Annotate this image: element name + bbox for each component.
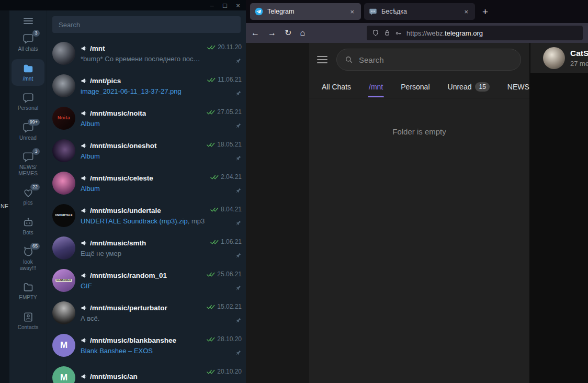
desktop-search-input[interactable] [52,16,241,33]
window-maximize-button[interactable]: □ [221,2,229,9]
window-minimize-button[interactable]: – [208,2,216,9]
folder-outline-icon [22,281,34,293]
web-search-box[interactable] [336,49,521,71]
web-tab-label: All Chats [322,83,351,91]
web-chat-header[interactable]: CatS 27 me [530,43,588,73]
chat-date: 20.10.20 [217,368,242,375]
forward-button[interactable]: → [268,29,276,37]
key-icon[interactable] [395,29,402,37]
folder-label: Contacts [18,324,38,331]
page-left-gutter [246,43,309,383]
chat-list-item[interactable]: M /mnt/music/an 20.10.20 [47,362,246,383]
read-checks-icon [207,77,216,83]
web-folder-tab-personal[interactable]: Personal [400,78,431,97]
folder-tab-contacts[interactable]: Contacts [12,308,44,335]
hamburger-menu-icon[interactable] [24,18,33,24]
chat-date: 8.04.21 [221,206,242,213]
chat-title: /mnt/music/random_01 [90,272,167,279]
chat-avatar [52,301,75,324]
folder-label: pics [24,200,33,206]
folder-label: NEWS/ MEMES [18,164,38,176]
chat-list-panel: /mnt *bump* Со времени последнего поста … [47,10,246,383]
chat-date: 15.02.21 [217,303,242,310]
address-bar[interactable]: https://webz.telegram.org [367,26,583,40]
chat-list-item[interactable]: CENSORED /mnt/music/random_01 GIF 25.06.… [47,264,246,297]
home-button[interactable]: ⌂ [300,29,305,37]
unread-badge: 3 [32,148,40,155]
web-folder-tab-news[interactable]: NEWS [506,78,530,97]
tab-close-icon[interactable]: × [348,7,356,16]
folder-tab-all-chats[interactable]: 3 All chats [12,29,44,57]
background-window-strip: NE [0,10,9,383]
chat-preview: Album [81,152,201,160]
browser-nav-toolbar: ← → ↻ ⌂ https://webz.telegram.org [246,23,588,43]
chat-list-item[interactable]: UNDERTALE /mnt/music/undertale UNDERTALE… [47,199,246,232]
web-chat-body [530,73,588,383]
web-chat-column: CatS 27 me [530,43,588,383]
channel-megaphone-icon [81,305,87,311]
web-hamburger-menu-icon[interactable] [317,56,327,63]
url-text: https://webz.telegram.org [406,29,483,37]
telegram-favicon-icon [255,7,263,16]
chat-date: 27.05.21 [217,108,242,116]
bubble-icon [22,92,34,104]
web-folder-tab-mnt[interactable]: /mnt [368,78,384,97]
pinned-icon [235,350,242,356]
back-button[interactable]: ← [251,29,259,37]
folder-tab-personal[interactable]: Personal [12,88,44,116]
chat-list-item[interactable]: /mnt/music/oneshot Album 18.05.21 [47,134,246,167]
browser-tab-bar: Telegram × Бесѣдка × + [246,0,588,23]
chat-date: 28.10.20 [217,335,242,343]
chat-list-item[interactable]: /mnt/music/celeste Album 2.04.21 [47,167,246,199]
shield-icon[interactable] [372,29,379,37]
browser-tab-besedka[interactable]: Бесѣдка × [364,3,475,20]
clipped-folder-label: NE [1,203,8,209]
folder-label: All chats [18,46,38,52]
read-checks-icon [207,272,215,277]
browser-tab-telegram[interactable]: Telegram × [250,3,361,20]
folder-label: Bots [22,230,33,236]
chat-list-item[interactable]: /mnt/pics image_2021-06-11_13-37-27.png … [47,70,246,102]
window-close-button[interactable]: × [234,2,242,9]
pinned-icon [235,220,242,227]
chat-date: 11.06.21 [218,76,242,83]
web-folder-tabs: All Chats /mnt Personal Unread 15 NEWS [309,76,529,98]
url-domain: telegram.org [445,29,483,37]
channel-megaphone-icon [81,337,87,344]
chat-list-item[interactable]: Noita /mnt/music/noita Album 27.05.21 [47,102,246,134]
chat-preview: *bump* Со времени последнего поста про… [81,55,202,63]
chat-preview: А всё. [81,314,201,322]
folder-tab-unread[interactable]: 99+ Unread [12,118,44,145]
chat-list-item[interactable]: /mnt/music/smth Ещё не умер 1.06.21 [47,232,246,264]
folder-tab-empty[interactable]: EMPTY [12,278,44,305]
folder-tab-pics[interactable]: 22 pics [12,183,44,210]
chat-title: /mnt/pics [90,77,121,85]
chat-title: /mnt/music/blankbanshee [90,336,176,344]
folder-tab-look-away[interactable]: 65 look away!!! [12,242,44,275]
bubble-icon [22,151,34,163]
reload-button[interactable]: ↻ [285,29,291,37]
web-folder-tab-all-chats[interactable]: All Chats [321,78,352,97]
web-folder-tab-unread[interactable]: Unread 15 [447,78,491,98]
chat-avatar: M [52,366,75,383]
unread-badge: 65 [30,243,40,250]
chat-preview: Album [81,185,205,193]
chat-list-item[interactable]: /mnt/music/perturbator А всё. 15.02.21 [47,297,246,329]
chat-preview: Ещё не умер [81,250,205,257]
channel-megaphone-icon [81,373,87,380]
new-tab-button[interactable]: + [478,6,492,18]
folder-tab-bots[interactable]: Bots [12,213,44,240]
chat-avatar: CENSORED [52,269,75,292]
folder-tab-mnt[interactable]: /mnt [12,59,44,86]
tab-close-icon[interactable]: × [462,7,470,16]
web-search-input[interactable] [359,55,513,64]
chat-avatar: UNDERTALE [52,204,75,227]
chat-preview: UNDERTALE Soundtrack (mp3).zip, mp3 [81,217,205,225]
chat-date: 18.05.21 [217,141,242,148]
chat-list-item[interactable]: M /mnt/music/blankbanshee Blank Banshee … [47,329,246,362]
chat-list-item[interactable]: /mnt *bump* Со времени последнего поста … [47,37,246,70]
chat-date: 1.06.21 [221,238,242,245]
lock-icon[interactable] [383,29,391,37]
chat-date: 25.06.21 [217,271,242,278]
folder-tab-news-memes[interactable]: 3 NEWS/ MEMES [12,148,44,181]
